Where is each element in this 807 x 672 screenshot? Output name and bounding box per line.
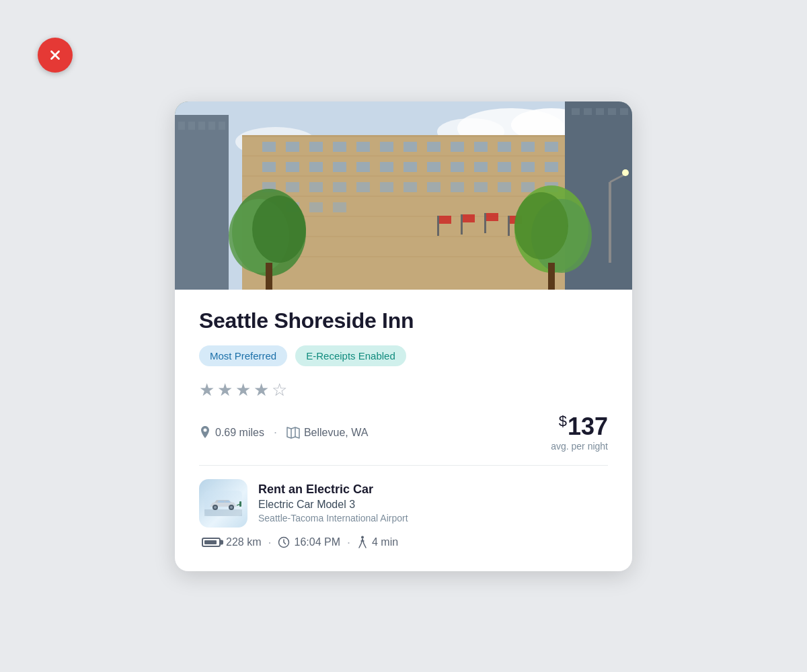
svg-rect-59 xyxy=(404,182,417,192)
svg-rect-17 xyxy=(608,108,616,115)
car-image xyxy=(204,491,242,516)
svg-rect-96 xyxy=(239,501,241,507)
svg-rect-48 xyxy=(451,162,464,172)
svg-rect-60 xyxy=(427,182,440,192)
svg-rect-37 xyxy=(498,142,511,152)
svg-rect-22 xyxy=(242,175,565,177)
price-value: 137 xyxy=(568,413,608,440)
svg-rect-63 xyxy=(498,182,511,192)
svg-rect-54 xyxy=(286,182,299,192)
battery-km-text: 228 km xyxy=(226,536,261,548)
section-divider xyxy=(199,465,608,466)
close-button[interactable] xyxy=(38,38,73,73)
pin-icon xyxy=(199,426,211,439)
svg-rect-75 xyxy=(486,213,498,221)
car-details-row: 228 km · 16:04 PM · 4 min xyxy=(199,536,608,550)
svg-rect-29 xyxy=(309,142,323,152)
svg-rect-43 xyxy=(333,162,346,172)
battery-detail: 228 km xyxy=(202,536,261,548)
svg-rect-70 xyxy=(437,216,439,236)
location-info: 0.69 miles · Bellevue, WA xyxy=(199,425,368,439)
svg-rect-28 xyxy=(286,142,299,152)
svg-rect-10 xyxy=(198,122,205,130)
svg-rect-8 xyxy=(178,122,185,130)
clock-icon xyxy=(278,536,290,548)
walk-icon xyxy=(357,536,368,549)
svg-rect-73 xyxy=(463,214,475,222)
star-2: ★ xyxy=(217,380,233,401)
svg-rect-36 xyxy=(474,142,488,152)
svg-rect-68 xyxy=(309,202,323,212)
svg-point-94 xyxy=(230,506,233,509)
svg-rect-38 xyxy=(521,142,535,152)
svg-rect-30 xyxy=(333,142,346,152)
svg-point-84 xyxy=(514,192,568,259)
separator-dot-1: · xyxy=(274,425,277,439)
car-airport-text: Seattle-Tacoma International Airport xyxy=(258,513,408,523)
price-label: avg. per night xyxy=(551,441,608,452)
svg-rect-47 xyxy=(427,162,440,172)
pickup-time-text: 16:04 PM xyxy=(294,536,340,548)
car-thumbnail xyxy=(199,479,247,528)
hotel-card: Seattle Shoreside Inn Most Preferred E-R… xyxy=(175,101,632,571)
svg-rect-50 xyxy=(498,162,511,172)
hotel-name: Seattle Shoreside Inn xyxy=(199,308,608,333)
city-text: Bellevue, WA xyxy=(304,427,368,439)
svg-point-80 xyxy=(252,196,306,263)
detail-separator-1: · xyxy=(268,536,271,550)
map-icon xyxy=(286,427,300,439)
currency-symbol: $ xyxy=(559,413,567,429)
svg-rect-42 xyxy=(309,162,323,172)
svg-rect-55 xyxy=(309,182,323,192)
info-price-row: 0.69 miles · Bellevue, WA $137 avg. per … xyxy=(199,414,608,452)
star-rating: ★ ★ ★ ★ ☆ xyxy=(199,380,608,401)
svg-rect-41 xyxy=(286,162,299,172)
svg-rect-69 xyxy=(333,202,346,212)
star-1: ★ xyxy=(199,380,215,401)
svg-rect-33 xyxy=(404,142,417,152)
card-body: Seattle Shoreside Inn Most Preferred E-R… xyxy=(175,290,632,571)
svg-point-88 xyxy=(622,169,629,176)
svg-rect-74 xyxy=(484,213,486,233)
distance-text: 0.69 miles xyxy=(215,427,264,439)
svg-rect-23 xyxy=(242,196,565,197)
svg-rect-62 xyxy=(474,182,488,192)
svg-rect-61 xyxy=(451,182,464,192)
svg-rect-56 xyxy=(333,182,346,192)
svg-rect-7 xyxy=(175,115,229,290)
svg-rect-40 xyxy=(262,162,276,172)
distance-segment: 0.69 miles xyxy=(199,426,264,439)
svg-rect-64 xyxy=(521,182,535,192)
svg-rect-35 xyxy=(451,142,464,152)
hotel-building-image xyxy=(175,101,632,290)
star-4: ★ xyxy=(254,380,269,401)
walk-detail: 4 min xyxy=(357,536,398,549)
detail-separator-2: · xyxy=(347,536,350,550)
car-info: Rent an Electric Car Electric Car Model … xyxy=(258,482,408,523)
battery-icon xyxy=(202,538,221,547)
svg-rect-57 xyxy=(356,182,370,192)
svg-rect-14 xyxy=(572,108,580,115)
battery-fill xyxy=(204,540,217,544)
most-preferred-badge: Most Preferred xyxy=(199,345,287,366)
svg-rect-72 xyxy=(461,214,463,235)
svg-rect-11 xyxy=(208,122,215,130)
svg-rect-51 xyxy=(521,162,535,172)
svg-rect-31 xyxy=(356,142,370,152)
svg-rect-39 xyxy=(545,142,558,152)
car-model-text: Electric Car Model 3 xyxy=(258,499,408,511)
badges-container: Most Preferred E-Receipts Enabled xyxy=(199,345,608,366)
car-rental-section: Rent an Electric Car Electric Car Model … xyxy=(199,479,608,550)
svg-rect-16 xyxy=(596,108,604,115)
e-receipts-badge: E-Receipts Enabled xyxy=(295,345,406,366)
price-main: $137 xyxy=(551,414,608,439)
svg-rect-90 xyxy=(204,509,242,516)
svg-rect-15 xyxy=(584,108,592,115)
svg-point-92 xyxy=(214,506,217,509)
svg-rect-27 xyxy=(262,142,276,152)
svg-rect-12 xyxy=(219,122,225,130)
star-5: ☆ xyxy=(272,380,287,401)
svg-point-98 xyxy=(361,536,364,539)
star-3: ★ xyxy=(235,380,251,401)
svg-rect-81 xyxy=(266,263,272,290)
